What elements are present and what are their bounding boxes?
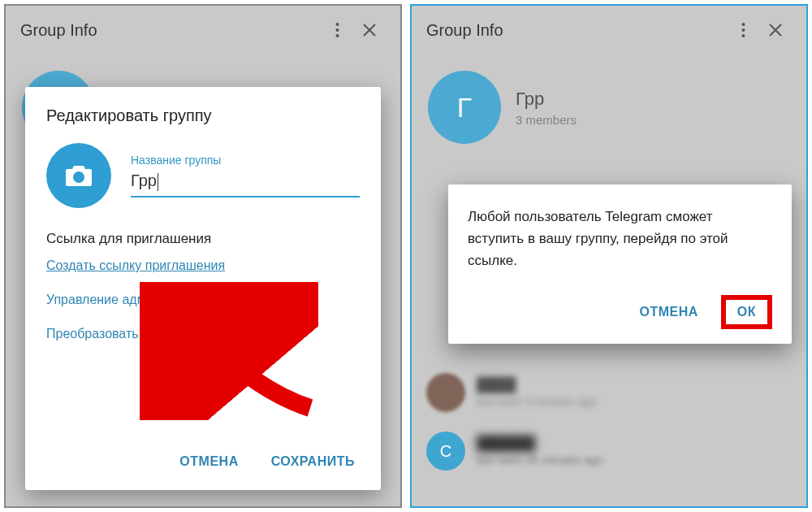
cancel-button[interactable]: ОТМЕНА [634,298,702,326]
cancel-button[interactable]: ОТМЕНА [175,448,243,475]
screenshot-left: Group Info Редактировать группу Название… [4,4,402,508]
list-item: С ██████ last seen 26 minutes ago [412,422,806,480]
invite-section: Ссылка для приглашения Создать ссылку пр… [46,231,360,356]
invite-heading: Ссылка для приглашения [46,231,360,247]
svg-point-6 [741,34,745,37]
save-button[interactable]: СОХРАНИТЬ [266,448,360,475]
group-name: Грр [516,89,577,110]
more-icon[interactable] [321,14,353,46]
svg-point-5 [741,28,745,32]
more-icon[interactable] [727,14,759,46]
titlebar: Group Info [412,6,806,54]
avatar: С [426,432,465,471]
group-name-field[interactable]: Название группы Грр [131,154,360,197]
avatar [426,373,465,412]
svg-point-4 [741,23,745,26]
set-photo-button[interactable] [46,143,111,208]
members-count: 3 members [516,113,577,127]
group-header-text: Грр 3 members [516,89,577,127]
titlebar: Group Info [6,6,400,54]
group-header: Г Грр 3 members [412,54,806,160]
annotation-highlight: ОК [721,295,772,329]
confirm-dialog: Любой пользователь Telegram сможет вступ… [448,184,792,344]
member-info: ████ last seen 9 minutes ago [477,377,597,408]
camera-icon [64,163,93,188]
manage-admins-link[interactable]: Управление администраторами [46,288,360,312]
close-icon[interactable] [353,14,386,46]
dialog-title: Редактировать группу [46,106,360,125]
convert-supergroup-link[interactable]: Преобразовать в супергруппу [46,322,360,346]
member-info: ██████ last seen 26 minutes ago [477,436,603,466]
create-invite-link[interactable]: Создать ссылку приглашения [46,254,360,278]
field-label: Название группы [131,154,360,167]
list-item: ████ last seen 9 minutes ago [412,363,806,422]
close-icon[interactable] [759,14,792,46]
svg-point-0 [335,23,339,26]
page-title: Group Info [426,21,727,40]
dialog-message: Любой пользователь Telegram сможет вступ… [468,206,772,272]
svg-point-2 [335,34,339,37]
group-basic-row: Название группы Грр [46,143,360,208]
dialog-footer: ОТМЕНА СОХРАНИТЬ [46,438,360,475]
page-title: Group Info [20,21,321,40]
dialog-actions: ОТМЕНА ОК [468,295,772,329]
group-name-input[interactable]: Грр [131,170,360,197]
avatar: Г [428,71,501,144]
svg-point-1 [335,28,339,32]
ok-button[interactable]: ОК [732,302,761,323]
svg-point-3 [73,171,84,183]
edit-group-dialog: Редактировать группу Название группы Грр… [25,87,381,490]
screenshot-right: Group Info Г Грр 3 members ████ last see… [410,4,808,508]
